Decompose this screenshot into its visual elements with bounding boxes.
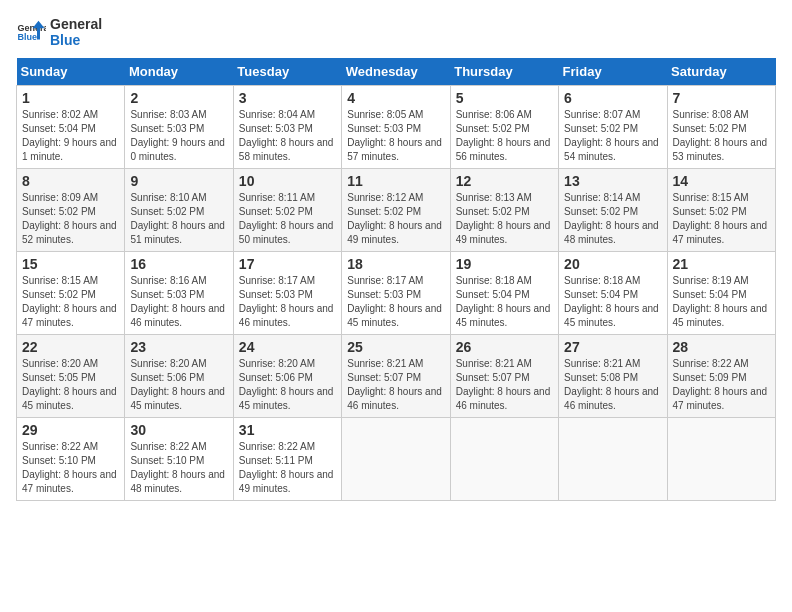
calendar-table: SundayMondayTuesdayWednesdayThursdayFrid…: [16, 58, 776, 501]
day-info: Sunrise: 8:21 AMSunset: 5:08 PMDaylight:…: [564, 357, 661, 413]
day-info: Sunrise: 8:04 AMSunset: 5:03 PMDaylight:…: [239, 108, 336, 164]
day-info: Sunrise: 8:16 AMSunset: 5:03 PMDaylight:…: [130, 274, 227, 330]
day-info: Sunrise: 8:21 AMSunset: 5:07 PMDaylight:…: [456, 357, 553, 413]
calendar-header-row: SundayMondayTuesdayWednesdayThursdayFrid…: [17, 58, 776, 86]
day-info: Sunrise: 8:18 AMSunset: 5:04 PMDaylight:…: [456, 274, 553, 330]
svg-text:Blue: Blue: [18, 32, 38, 42]
calendar-cell: [342, 418, 450, 501]
calendar-cell: 22Sunrise: 8:20 AMSunset: 5:05 PMDayligh…: [17, 335, 125, 418]
calendar-cell: 17Sunrise: 8:17 AMSunset: 5:03 PMDayligh…: [233, 252, 341, 335]
calendar-cell: 6Sunrise: 8:07 AMSunset: 5:02 PMDaylight…: [559, 86, 667, 169]
logo-icon: General Blue: [16, 17, 46, 47]
calendar-cell: [450, 418, 558, 501]
calendar-cell: [667, 418, 775, 501]
day-info: Sunrise: 8:15 AMSunset: 5:02 PMDaylight:…: [22, 274, 119, 330]
calendar-cell: 16Sunrise: 8:16 AMSunset: 5:03 PMDayligh…: [125, 252, 233, 335]
calendar-cell: 8Sunrise: 8:09 AMSunset: 5:02 PMDaylight…: [17, 169, 125, 252]
day-number: 19: [456, 256, 553, 272]
calendar-cell: 24Sunrise: 8:20 AMSunset: 5:06 PMDayligh…: [233, 335, 341, 418]
day-info: Sunrise: 8:20 AMSunset: 5:05 PMDaylight:…: [22, 357, 119, 413]
day-number: 10: [239, 173, 336, 189]
day-info: Sunrise: 8:02 AMSunset: 5:04 PMDaylight:…: [22, 108, 119, 164]
day-info: Sunrise: 8:22 AMSunset: 5:09 PMDaylight:…: [673, 357, 770, 413]
calendar-week-row: 15Sunrise: 8:15 AMSunset: 5:02 PMDayligh…: [17, 252, 776, 335]
day-number: 17: [239, 256, 336, 272]
calendar-cell: 28Sunrise: 8:22 AMSunset: 5:09 PMDayligh…: [667, 335, 775, 418]
column-header-friday: Friday: [559, 58, 667, 86]
calendar-cell: 5Sunrise: 8:06 AMSunset: 5:02 PMDaylight…: [450, 86, 558, 169]
calendar-cell: 12Sunrise: 8:13 AMSunset: 5:02 PMDayligh…: [450, 169, 558, 252]
calendar-cell: 25Sunrise: 8:21 AMSunset: 5:07 PMDayligh…: [342, 335, 450, 418]
column-header-wednesday: Wednesday: [342, 58, 450, 86]
day-number: 20: [564, 256, 661, 272]
day-number: 15: [22, 256, 119, 272]
day-number: 6: [564, 90, 661, 106]
day-info: Sunrise: 8:11 AMSunset: 5:02 PMDaylight:…: [239, 191, 336, 247]
calendar-cell: 13Sunrise: 8:14 AMSunset: 5:02 PMDayligh…: [559, 169, 667, 252]
calendar-cell: 31Sunrise: 8:22 AMSunset: 5:11 PMDayligh…: [233, 418, 341, 501]
calendar-cell: 4Sunrise: 8:05 AMSunset: 5:03 PMDaylight…: [342, 86, 450, 169]
day-number: 21: [673, 256, 770, 272]
day-number: 28: [673, 339, 770, 355]
calendar-cell: 18Sunrise: 8:17 AMSunset: 5:03 PMDayligh…: [342, 252, 450, 335]
day-info: Sunrise: 8:22 AMSunset: 5:10 PMDaylight:…: [130, 440, 227, 496]
day-info: Sunrise: 8:17 AMSunset: 5:03 PMDaylight:…: [347, 274, 444, 330]
calendar-cell: [559, 418, 667, 501]
calendar-cell: 29Sunrise: 8:22 AMSunset: 5:10 PMDayligh…: [17, 418, 125, 501]
logo-blue: Blue: [50, 32, 102, 48]
page-header: General Blue General Blue: [16, 16, 776, 48]
logo: General Blue General Blue: [16, 16, 102, 48]
day-info: Sunrise: 8:08 AMSunset: 5:02 PMDaylight:…: [673, 108, 770, 164]
day-info: Sunrise: 8:15 AMSunset: 5:02 PMDaylight:…: [673, 191, 770, 247]
calendar-cell: 21Sunrise: 8:19 AMSunset: 5:04 PMDayligh…: [667, 252, 775, 335]
calendar-week-row: 1Sunrise: 8:02 AMSunset: 5:04 PMDaylight…: [17, 86, 776, 169]
day-info: Sunrise: 8:17 AMSunset: 5:03 PMDaylight:…: [239, 274, 336, 330]
calendar-cell: 20Sunrise: 8:18 AMSunset: 5:04 PMDayligh…: [559, 252, 667, 335]
calendar-cell: 23Sunrise: 8:20 AMSunset: 5:06 PMDayligh…: [125, 335, 233, 418]
day-number: 16: [130, 256, 227, 272]
calendar-cell: 10Sunrise: 8:11 AMSunset: 5:02 PMDayligh…: [233, 169, 341, 252]
day-number: 31: [239, 422, 336, 438]
column-header-tuesday: Tuesday: [233, 58, 341, 86]
column-header-thursday: Thursday: [450, 58, 558, 86]
day-info: Sunrise: 8:19 AMSunset: 5:04 PMDaylight:…: [673, 274, 770, 330]
calendar-cell: 7Sunrise: 8:08 AMSunset: 5:02 PMDaylight…: [667, 86, 775, 169]
day-info: Sunrise: 8:13 AMSunset: 5:02 PMDaylight:…: [456, 191, 553, 247]
day-info: Sunrise: 8:03 AMSunset: 5:03 PMDaylight:…: [130, 108, 227, 164]
day-number: 7: [673, 90, 770, 106]
day-number: 8: [22, 173, 119, 189]
day-info: Sunrise: 8:05 AMSunset: 5:03 PMDaylight:…: [347, 108, 444, 164]
day-info: Sunrise: 8:22 AMSunset: 5:11 PMDaylight:…: [239, 440, 336, 496]
day-info: Sunrise: 8:20 AMSunset: 5:06 PMDaylight:…: [130, 357, 227, 413]
column-header-monday: Monday: [125, 58, 233, 86]
day-number: 12: [456, 173, 553, 189]
day-info: Sunrise: 8:12 AMSunset: 5:02 PMDaylight:…: [347, 191, 444, 247]
day-info: Sunrise: 8:22 AMSunset: 5:10 PMDaylight:…: [22, 440, 119, 496]
day-number: 13: [564, 173, 661, 189]
day-number: 29: [22, 422, 119, 438]
calendar-cell: 27Sunrise: 8:21 AMSunset: 5:08 PMDayligh…: [559, 335, 667, 418]
day-number: 9: [130, 173, 227, 189]
day-info: Sunrise: 8:14 AMSunset: 5:02 PMDaylight:…: [564, 191, 661, 247]
day-number: 18: [347, 256, 444, 272]
day-number: 25: [347, 339, 444, 355]
day-info: Sunrise: 8:10 AMSunset: 5:02 PMDaylight:…: [130, 191, 227, 247]
calendar-week-row: 8Sunrise: 8:09 AMSunset: 5:02 PMDaylight…: [17, 169, 776, 252]
day-number: 2: [130, 90, 227, 106]
day-info: Sunrise: 8:06 AMSunset: 5:02 PMDaylight:…: [456, 108, 553, 164]
day-info: Sunrise: 8:09 AMSunset: 5:02 PMDaylight:…: [22, 191, 119, 247]
calendar-week-row: 29Sunrise: 8:22 AMSunset: 5:10 PMDayligh…: [17, 418, 776, 501]
column-header-saturday: Saturday: [667, 58, 775, 86]
day-number: 5: [456, 90, 553, 106]
calendar-cell: 9Sunrise: 8:10 AMSunset: 5:02 PMDaylight…: [125, 169, 233, 252]
day-number: 22: [22, 339, 119, 355]
calendar-week-row: 22Sunrise: 8:20 AMSunset: 5:05 PMDayligh…: [17, 335, 776, 418]
day-info: Sunrise: 8:21 AMSunset: 5:07 PMDaylight:…: [347, 357, 444, 413]
calendar-cell: 26Sunrise: 8:21 AMSunset: 5:07 PMDayligh…: [450, 335, 558, 418]
calendar-cell: 1Sunrise: 8:02 AMSunset: 5:04 PMDaylight…: [17, 86, 125, 169]
day-number: 30: [130, 422, 227, 438]
day-number: 4: [347, 90, 444, 106]
day-number: 14: [673, 173, 770, 189]
day-number: 23: [130, 339, 227, 355]
calendar-cell: 15Sunrise: 8:15 AMSunset: 5:02 PMDayligh…: [17, 252, 125, 335]
